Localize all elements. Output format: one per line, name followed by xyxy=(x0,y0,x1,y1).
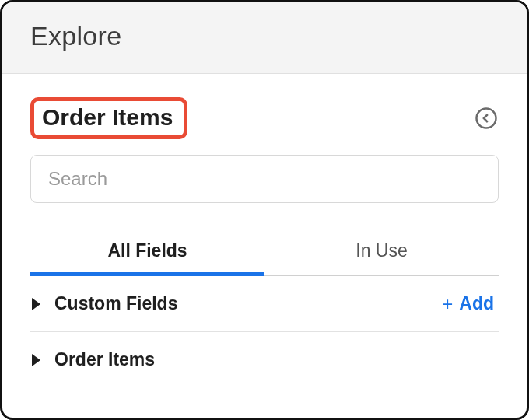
chevron-left-circle-icon xyxy=(475,107,498,130)
header: Explore xyxy=(2,2,527,74)
tab-all-fields-label: All Fields xyxy=(107,240,187,261)
tabs: All Fields In Use xyxy=(30,228,499,276)
section-left: Custom Fields xyxy=(32,293,177,314)
expand-icon xyxy=(32,298,40,310)
section-left: Order Items xyxy=(32,349,155,370)
panel-title: Order Items xyxy=(42,104,173,131)
order-items-label: Order Items xyxy=(54,349,155,370)
tab-in-use[interactable]: In Use xyxy=(264,228,499,275)
title-row: Order Items xyxy=(30,97,499,139)
search-wrap xyxy=(30,155,499,203)
content: Order Items All Fields In Use C xyxy=(2,74,527,387)
svg-point-0 xyxy=(477,109,496,128)
header-title: Explore xyxy=(30,21,499,51)
tab-all-fields[interactable]: All Fields xyxy=(30,228,264,275)
title-highlight: Order Items xyxy=(30,97,187,139)
custom-fields-label: Custom Fields xyxy=(54,293,177,314)
section-custom-fields[interactable]: Custom Fields + Add xyxy=(30,276,499,332)
collapse-button[interactable] xyxy=(474,106,499,131)
section-order-items[interactable]: Order Items xyxy=(30,332,499,387)
add-button-label: Add xyxy=(459,293,494,314)
tab-in-use-label: In Use xyxy=(356,240,407,261)
add-button[interactable]: + Add xyxy=(442,293,499,314)
search-input[interactable] xyxy=(30,155,499,203)
plus-icon: + xyxy=(442,295,453,313)
expand-icon xyxy=(32,354,40,366)
explore-window: Explore Order Items All Fields In Use xyxy=(0,0,529,420)
